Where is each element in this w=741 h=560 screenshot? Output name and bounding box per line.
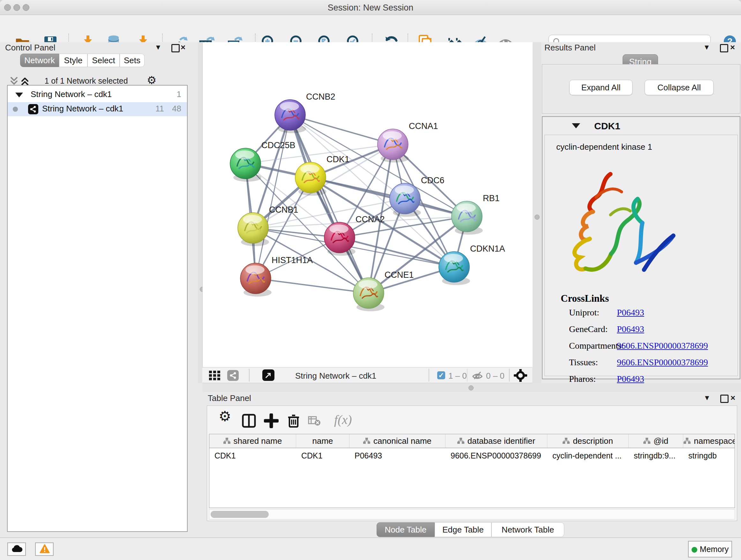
panel-divider-right[interactable] <box>532 42 541 383</box>
node-CCNB1[interactable] <box>238 212 269 246</box>
network-label: String Network – cdk1 <box>42 104 123 114</box>
panel-menu-icon[interactable]: ▾ <box>156 42 160 52</box>
panel-close-icon[interactable]: × <box>731 393 735 403</box>
table-cell[interactable]: stringdb <box>683 449 735 462</box>
tab-sets[interactable]: Sets <box>120 54 145 67</box>
crosslink-value-link[interactable]: P06493 <box>617 307 644 318</box>
node-HIST1H1A[interactable] <box>240 263 272 297</box>
status-bar: Memory <box>0 537 741 560</box>
panel-close-icon[interactable]: × <box>730 43 735 52</box>
network-row-selected[interactable]: String Network – cdk1 11 48 <box>8 102 187 116</box>
collapse-all-icon[interactable] <box>10 77 18 85</box>
collection-count: 1 <box>177 89 181 99</box>
table-cell[interactable]: CDK1 <box>209 449 296 462</box>
node-CCNB2[interactable] <box>275 100 306 133</box>
column-header--id[interactable]: @id <box>629 434 683 448</box>
table-cell[interactable]: stringdb:9... <box>629 449 683 462</box>
expand-all-button[interactable]: Expand All <box>569 80 632 95</box>
selected-nodes-checkbox[interactable]: ✓ <box>437 371 445 379</box>
memory-label: Memory <box>700 545 729 554</box>
collapse-arrow-icon[interactable] <box>572 123 580 128</box>
cloud-button[interactable] <box>7 543 26 556</box>
crosslink-value-link[interactable]: P06493 <box>617 374 644 384</box>
panel-menu-icon[interactable]: ▾ <box>705 393 709 402</box>
tab-network-table[interactable]: Network Table <box>491 522 564 537</box>
node-label-CDC25B: CDC25B <box>261 140 295 150</box>
tab-select[interactable]: Select <box>87 54 120 67</box>
toolbar-separator <box>428 369 429 381</box>
gear-icon[interactable]: ⚙ <box>147 75 156 85</box>
collapse-arrow-icon[interactable] <box>15 92 23 98</box>
node-label-CCNA2: CCNA2 <box>355 214 385 224</box>
table-cell[interactable]: P06493 <box>349 449 446 462</box>
delete-table-icon[interactable] <box>308 415 321 426</box>
network-edge-count: 48 <box>172 104 181 114</box>
network-collection-row[interactable]: String Network – cdk1 1 <box>8 87 187 102</box>
table-hscrollbar[interactable] <box>209 509 735 519</box>
node-CDK1[interactable] <box>295 162 327 196</box>
warnings-button[interactable] <box>35 543 54 556</box>
add-column-icon[interactable] <box>264 414 279 428</box>
panel-float-icon[interactable] <box>720 44 728 52</box>
detach-view-icon[interactable] <box>262 369 274 381</box>
node-CCNE1[interactable] <box>353 278 385 311</box>
node-CDC6[interactable] <box>390 183 421 217</box>
table-cell[interactable]: 9606.ENSP00000378699 <box>446 449 547 462</box>
crosshair-icon[interactable] <box>514 369 527 382</box>
node-RB1[interactable] <box>452 201 483 235</box>
collapse-all-button[interactable]: Collapse All <box>645 80 714 95</box>
memory-button[interactable]: Memory <box>688 541 732 557</box>
table-cell[interactable]: cyclin-dependent ... <box>547 449 629 462</box>
panel-float-icon[interactable] <box>172 44 180 52</box>
tab-network[interactable]: Network <box>20 54 59 67</box>
expand-all-icon[interactable] <box>20 77 29 85</box>
panel-divider-bottom[interactable] <box>202 383 741 392</box>
view-mode-share-icon[interactable] <box>227 370 239 381</box>
results-section: CDK1 cyclin-dependent kinase 1 <box>542 116 740 379</box>
function-builder-icon[interactable]: f(x) <box>334 412 363 427</box>
column-header-canonical-name[interactable]: canonical name <box>349 434 446 448</box>
tab-style[interactable]: Style <box>59 54 87 67</box>
table-cell[interactable]: CDK1 <box>296 449 349 462</box>
table-panel-title: Table Panel <box>208 393 251 403</box>
show-columns-icon[interactable] <box>242 414 256 428</box>
panel-float-icon[interactable] <box>720 395 729 403</box>
crosslink-value-link[interactable]: 9606.ENSP00000378699 <box>617 341 708 351</box>
edge-CCNB2-HIST1H1A[interactable] <box>256 115 290 278</box>
grid-mode-icon[interactable] <box>209 371 220 380</box>
column-header-shared-name[interactable]: shared name <box>209 434 296 448</box>
gene-details: cyclin-dependent kinase 1 <box>544 135 738 376</box>
gene-description: cyclin-dependent kinase 1 <box>556 142 652 152</box>
network-view-toolbar: String Network – cdk1 ✓ 1 – 0 0 – 0 <box>202 367 532 383</box>
node-label-CDK1: CDK1 <box>327 154 349 164</box>
column-header-namespace[interactable]: namespace <box>683 434 735 448</box>
panel-menu-icon[interactable]: ▾ <box>704 42 709 52</box>
node-table[interactable]: shared nameCDK1nameCDK1canonical nameP06… <box>209 434 735 508</box>
hidden-eye-icon[interactable] <box>472 371 483 380</box>
node-CCNA1[interactable] <box>378 129 409 163</box>
table-settings-gear-icon[interactable]: ⚙ <box>219 412 233 426</box>
column-header-description[interactable]: description <box>547 434 629 448</box>
column-header-name[interactable]: name <box>296 434 349 448</box>
hscrollbar-thumb[interactable] <box>211 511 269 518</box>
divider-handle-icon[interactable] <box>468 385 474 390</box>
network-canvas[interactable]: CCNB2CCNA1CDC25BCDK1CDC6RB1CCNB1CCNA2CDK… <box>202 42 533 367</box>
edge-HIST1H1A-CCNE1[interactable] <box>256 278 368 293</box>
column-header-database-identifier[interactable]: database identifier <box>446 434 547 448</box>
delete-column-icon[interactable] <box>286 414 301 428</box>
node-label-CCNA1: CCNA1 <box>409 121 438 131</box>
main-toolbar: ? <box>0 15 741 43</box>
table-box: ⚙ f(x) shared nameCDK1nameCDK1canonical … <box>207 406 737 521</box>
tab-edge-table[interactable]: Edge Table <box>434 522 491 537</box>
crosslink-value-link[interactable]: 9606.ENSP00000378699 <box>617 357 708 368</box>
tab-node-table[interactable]: Node Table <box>377 522 434 537</box>
crosslink-value-link[interactable]: P06493 <box>617 324 644 334</box>
edge-CCNB2-CCNE1[interactable] <box>290 115 368 293</box>
gene-section-header[interactable]: CDK1 <box>542 117 740 135</box>
divider-handle-icon[interactable] <box>535 214 540 220</box>
cloud-icon <box>11 544 23 553</box>
node-CDC25B[interactable] <box>230 148 261 182</box>
node-CDKN1A[interactable] <box>439 252 470 285</box>
panel-close-icon[interactable]: × <box>181 43 185 52</box>
node-CCNA2[interactable] <box>324 222 355 256</box>
